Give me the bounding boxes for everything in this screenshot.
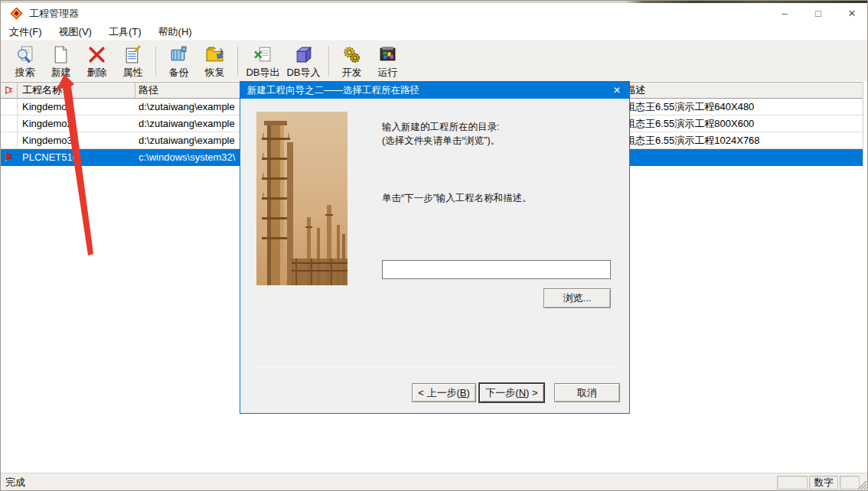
instruction-line-3: 单击“下一步”输入工程名称和描述。 bbox=[382, 191, 532, 205]
minimize-button[interactable]: – bbox=[768, 3, 801, 24]
toolbar-button-label: 属性 bbox=[123, 66, 143, 80]
project-desc-cell: 组态王6.55演示工程1024X768 bbox=[622, 132, 858, 148]
db-export-icon bbox=[253, 45, 272, 64]
run-icon bbox=[378, 45, 397, 64]
restore-icon bbox=[205, 45, 224, 64]
instruction-line-1: 输入新建的工程所在的目录: bbox=[382, 120, 500, 134]
status-panel-numlock: 数字 bbox=[809, 476, 838, 489]
menu-view[interactable]: 视图(V) bbox=[51, 23, 100, 41]
back-button[interactable]: < 上一步(B) bbox=[412, 383, 476, 402]
window-title: 工程管理器 bbox=[29, 7, 79, 21]
resize-grip[interactable] bbox=[857, 480, 867, 490]
toolbar-button-develop[interactable]: 开发 bbox=[334, 43, 370, 80]
menu-file[interactable]: 文件(F) bbox=[1, 23, 51, 41]
menu-tools[interactable]: 工具(T) bbox=[100, 23, 150, 41]
row-flag-cell bbox=[1, 99, 18, 115]
column-header-description[interactable]: 描述 bbox=[622, 83, 858, 98]
backup-icon bbox=[169, 45, 188, 64]
cancel-button[interactable]: 取消 bbox=[554, 383, 620, 402]
toolbar-button-label: 开发 bbox=[342, 66, 362, 80]
toolbar-button-label: 备份 bbox=[169, 66, 189, 80]
new-project-wizard-dialog: 新建工程向导之二——选择工程所在路径 ✕ bbox=[240, 81, 630, 414]
toolbar-button-delete[interactable]: 删除 bbox=[79, 43, 115, 80]
project-name-cell: Kingdemo2 bbox=[18, 115, 135, 132]
toolbar-button-label: DB导出 bbox=[246, 66, 279, 80]
toolbar-button-properties[interactable]: 属性 bbox=[115, 43, 151, 80]
toolbar-button-backup[interactable]: 备份 bbox=[161, 43, 197, 80]
instruction-line-2: (选择文件夹请单击“浏览”)。 bbox=[382, 134, 500, 148]
title-bar: 工程管理器 – □ ✕ bbox=[1, 3, 868, 24]
toolbar-button-label: DB导入 bbox=[286, 66, 320, 80]
toolbar-button-label: 新建 bbox=[51, 66, 71, 80]
kingview-app-icon bbox=[10, 7, 23, 20]
status-panel-1 bbox=[777, 476, 808, 489]
toolbar-button-label: 运行 bbox=[378, 66, 398, 80]
toolbar: 搜索 新建 删除 属性 bbox=[1, 41, 868, 81]
toolbar-separator bbox=[155, 46, 156, 76]
status-bar: 完成 数字 bbox=[1, 473, 868, 491]
dialog-title: 新建工程向导之二——选择工程所在路径 bbox=[247, 84, 419, 97]
dialog-title-bar[interactable]: 新建工程向导之二——选择工程所在路径 bbox=[240, 82, 629, 99]
project-name-cell: Kingdemo1 bbox=[18, 99, 135, 115]
status-text: 完成 bbox=[5, 476, 25, 489]
directory-input[interactable] bbox=[382, 260, 611, 279]
menu-bar: 文件(F) 视图(V) 工具(T) 帮助(H) bbox=[1, 24, 868, 41]
next-button[interactable]: 下一步(N) > bbox=[478, 382, 545, 403]
new-document-icon bbox=[51, 45, 70, 64]
properties-icon bbox=[123, 45, 142, 64]
toolbar-button-db-import[interactable]: DB导入 bbox=[283, 43, 324, 80]
dialog-close-button[interactable]: ✕ bbox=[605, 82, 629, 99]
app-window: 工程管理器 – □ ✕ 文件(F) 视图(V) 工具(T) 帮助(H) 搜索 bbox=[0, 0, 868, 491]
row-flag-cell bbox=[1, 132, 18, 148]
toolbar-separator bbox=[237, 46, 238, 76]
toolbar-button-run[interactable]: 运行 bbox=[370, 43, 406, 80]
refinery-photo bbox=[256, 112, 348, 285]
row-flag-cell bbox=[1, 115, 18, 132]
toolbar-button-new[interactable]: 新建 bbox=[43, 43, 79, 80]
dialog-separator bbox=[256, 366, 615, 367]
column-header-flag[interactable] bbox=[1, 83, 18, 98]
toolbar-button-label: 搜索 bbox=[15, 66, 35, 80]
maximize-button[interactable]: □ bbox=[801, 3, 835, 24]
delete-icon bbox=[87, 45, 106, 64]
project-desc-cell bbox=[622, 149, 858, 165]
toolbar-separator bbox=[328, 46, 329, 76]
column-header-project-name[interactable]: 工程名称 bbox=[18, 83, 135, 98]
toolbar-button-restore[interactable]: 恢复 bbox=[197, 43, 233, 80]
toolbar-button-db-export[interactable]: DB导出 bbox=[243, 43, 283, 80]
flag-icon bbox=[4, 152, 14, 162]
project-desc-cell: 组态王6.55演示工程800X600 bbox=[622, 115, 858, 132]
toolbar-button-label: 删除 bbox=[87, 66, 107, 80]
menu-help[interactable]: 帮助(H) bbox=[150, 23, 201, 41]
window-controls: – □ ✕ bbox=[768, 3, 868, 24]
search-icon bbox=[15, 45, 34, 64]
toolbar-button-search[interactable]: 搜索 bbox=[7, 43, 43, 80]
row-flag-cell bbox=[1, 149, 18, 165]
project-name-cell: Kingdemo3 bbox=[18, 132, 135, 148]
db-import-icon bbox=[294, 45, 313, 64]
close-button[interactable]: ✕ bbox=[835, 3, 868, 24]
project-name-cell: PLCNET510 bbox=[18, 149, 135, 165]
instruction-text: 输入新建的工程所在的目录: (选择文件夹请单击“浏览”)。 bbox=[382, 120, 500, 148]
project-desc-cell: 组态王6.55演示工程640X480 bbox=[622, 99, 858, 115]
browse-button[interactable]: 浏览... bbox=[543, 288, 611, 308]
toolbar-button-label: 恢复 bbox=[205, 66, 225, 80]
develop-icon bbox=[342, 45, 361, 64]
flag-icon bbox=[4, 86, 14, 96]
